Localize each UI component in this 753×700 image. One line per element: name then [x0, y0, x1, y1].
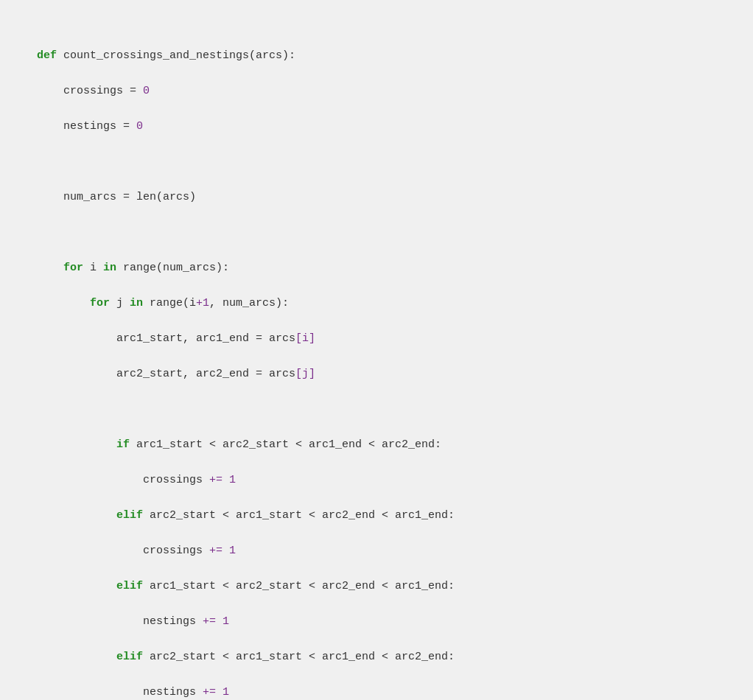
keyword-elif1: elif	[116, 509, 143, 522]
code-line-8: for j in range(i+1, num_arcs):	[37, 295, 716, 312]
keyword-elif3: elif	[116, 651, 143, 663]
bracket-i: [i]	[295, 332, 315, 345]
keyword-for2: for	[90, 297, 110, 309]
code-line-11	[37, 401, 716, 419]
code-line-13: crossings += 1	[37, 472, 716, 489]
keyword-for1: for	[63, 262, 83, 274]
code-line-2: crossings = 0	[37, 83, 716, 100]
keyword-if1: if	[116, 438, 130, 451]
op-pluseq4: +=	[203, 686, 216, 699]
code-line-6	[37, 224, 716, 242]
number-1c: 1	[223, 615, 229, 628]
code-line-4	[37, 153, 716, 171]
number-1d: 1	[223, 686, 229, 699]
keyword-elif2: elif	[116, 580, 143, 592]
op-pluseq1: +=	[209, 474, 223, 486]
keyword-in2: in	[130, 297, 143, 309]
code-line-3: nestings = 0	[37, 118, 716, 136]
number-1b: 1	[229, 545, 236, 557]
code-line-18: elif arc2_start < arc1_start < arc1_end …	[37, 648, 716, 666]
code-line-9: arc1_start, arc1_end = arcs[i]	[37, 330, 716, 348]
code-line-10: arc2_start, arc2_end = arcs[j]	[37, 365, 716, 383]
code-line-1: def count_crossings_and_nestings(arcs):	[37, 47, 716, 65]
code-editor: def count_crossings_and_nestings(arcs): …	[15, 15, 738, 700]
code-line-7: for i in range(num_arcs):	[37, 259, 716, 277]
code-line-15: crossings += 1	[37, 542, 716, 560]
keyword-in1: in	[103, 262, 116, 274]
code-line-5: num_arcs = len(arcs)	[37, 189, 716, 206]
number-1a: 1	[229, 474, 236, 486]
keyword-def: def	[37, 49, 57, 62]
code-line-17: nestings += 1	[37, 613, 716, 631]
number-0: 0	[143, 85, 150, 97]
code-line-19: nestings += 1	[37, 684, 716, 700]
bracket-j: [j]	[295, 368, 315, 380]
code-line-12: if arc1_start < arc2_start < arc1_end < …	[37, 436, 716, 454]
code-line-14: elif arc2_start < arc1_start < arc2_end …	[37, 507, 716, 525]
op-pluseq3: +=	[203, 615, 216, 628]
code-line-16: elif arc1_start < arc2_start < arc2_end …	[37, 578, 716, 595]
op-pluseq2: +=	[209, 545, 223, 557]
number-0b: 0	[136, 120, 143, 133]
